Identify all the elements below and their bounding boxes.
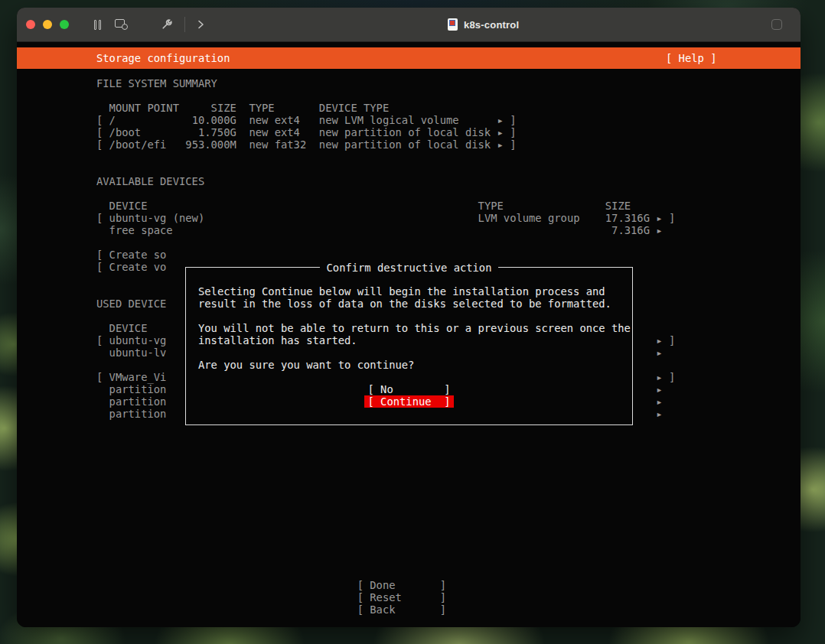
- dialog-question: Are you sure you want to continue?: [198, 359, 414, 371]
- dialog-body-line-1: Selecting Continue below will begin the …: [198, 285, 605, 298]
- reset-button[interactable]: [ Reset ]: [96, 591, 785, 603]
- page-title: Storage configuration: [96, 52, 230, 64]
- titlebar[interactable]: k8s-control: [17, 8, 801, 42]
- available-devices-heading: AVAILABLE DEVICES: [96, 175, 785, 187]
- close-button[interactable]: [26, 20, 35, 29]
- traffic-lights: [17, 20, 77, 29]
- minimize-button[interactable]: [43, 20, 52, 29]
- fs-row-boot[interactable]: [ /boot1.750Gnew ext4new partition of lo…: [96, 126, 785, 138]
- help-button[interactable]: [ Help ]: [666, 52, 716, 64]
- available-devices-header-row: DEVICETYPESIZE: [96, 200, 785, 212]
- app-header: Storage configuration [ Help ]: [17, 47, 801, 69]
- snapshot-icon[interactable]: [115, 19, 128, 30]
- window-mode-icon[interactable]: [771, 19, 782, 30]
- fs-row-boot-efi[interactable]: [ /boot/efi953.000Mnew fat32new partitio…: [96, 138, 785, 151]
- dialog-title: Confirm destructive action: [320, 262, 499, 274]
- zoom-button[interactable]: [60, 20, 69, 29]
- no-button[interactable]: [ No ]: [368, 383, 451, 395]
- vm-file-icon: [448, 18, 458, 31]
- device-row-free-space[interactable]: free space7.316G▸: [96, 224, 785, 236]
- pause-icon[interactable]: [92, 15, 103, 34]
- window-title: k8s-control: [464, 19, 519, 31]
- dialog-body-line-4: installation has started.: [198, 334, 357, 346]
- fs-summary-heading: FILE SYSTEM SUMMARY: [96, 77, 785, 89]
- chevron-right-icon[interactable]: [194, 15, 207, 34]
- wrench-icon[interactable]: [160, 15, 174, 34]
- dialog-body-line-2: result in the loss of data on the disks …: [198, 298, 611, 310]
- toolbar-divider: [184, 17, 185, 32]
- device-row-ubuntu-vg[interactable]: [ ubuntu-vg (new)LVM volume group17.316G…: [96, 212, 785, 224]
- continue-button[interactable]: [ Continue ]: [364, 395, 455, 408]
- fs-summary-header-row: MOUNT POINTSIZETYPEDEVICE TYPE: [96, 102, 785, 114]
- dialog-body-line-3: You will not be able to return to this o…: [198, 322, 631, 334]
- confirm-dialog: Confirm destructive action Selecting Con…: [185, 267, 633, 425]
- create-software-raid-button[interactable]: [ Create so: [96, 249, 785, 261]
- window-title-group: k8s-control: [448, 8, 519, 41]
- back-button[interactable]: [ Back ]: [96, 603, 785, 616]
- fs-row-root[interactable]: [ /10.000Gnew ext4new LVM logical volume…: [96, 114, 785, 126]
- done-button[interactable]: [ Done ]: [96, 579, 785, 591]
- vm-window: k8s-control Storage configuration [ Help…: [17, 8, 801, 627]
- terminal-screen: Storage configuration [ Help ] FILE SYST…: [17, 42, 801, 627]
